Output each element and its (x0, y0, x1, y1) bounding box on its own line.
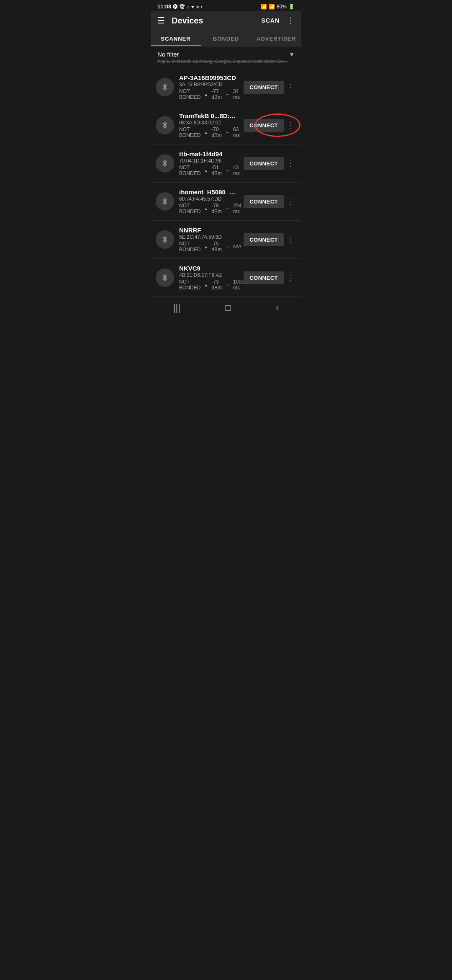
signal-strength-icon: ▲ (204, 130, 208, 135)
dbm-value: -77 dBm (211, 88, 222, 100)
device-list: AP-3A16B99953CD 3A:16:B9:99:53:CD NOT BO… (151, 68, 301, 297)
interval-icon: ↔ (225, 206, 230, 211)
dbm-value: -70 dBm (211, 126, 222, 138)
status-bar: 11:08 🅕 👻 ⌂ ♥ in • 📶 📶 80% 🔋 (151, 0, 301, 11)
tab-scanner[interactable]: SCANNER (151, 30, 201, 46)
device-actions: CONNECT ⋮ (244, 119, 296, 132)
linkedin-icon: in (195, 4, 199, 9)
filter-bar: No filter ▼ Apple, Microsoft, Samsung, G… (151, 46, 301, 68)
device-meta: NOT BONDED ▲ -75 dBm ↔ N/A (179, 241, 239, 253)
home-icon: ⌂ (187, 4, 190, 9)
device-name: ihoment_H5080_57DD (179, 188, 239, 196)
list-item: NKVC9 4B:21:D6:17:F8:A2 NOT BONDED ▲ -73… (151, 259, 301, 297)
device-name: AP-3A16B99953CD (179, 74, 239, 81)
scan-button[interactable]: SCAN (261, 17, 280, 24)
recent-apps-button[interactable]: ||| (173, 302, 180, 313)
device-info: ttb-mat-1f4d94 70:04:1D:1F:4D:96 NOT BON… (179, 150, 239, 176)
filter-label: No filter (157, 51, 179, 58)
home-button[interactable]: □ (225, 302, 231, 313)
dbm-value: -51 dBm (211, 165, 222, 176)
signal-strength-icon: ▲ (204, 168, 208, 173)
filter-row[interactable]: No filter ▼ (157, 51, 295, 58)
device-actions: CONNECT ⋮ (244, 271, 296, 284)
list-item: TramTekB 0...8D:43:02:02 08:3A:8D:43:02:… (151, 106, 301, 144)
device-meta: NOT BONDED ▲ -70 dBm ↔ 63 ms (179, 126, 239, 138)
connect-button[interactable]: CONNECT (244, 157, 284, 170)
interval-icon: ↔ (225, 168, 230, 173)
connect-button[interactable]: CONNECT (244, 81, 284, 94)
dbm-value: -75 dBm (211, 241, 222, 253)
dot-icon: • (201, 4, 203, 9)
interval-value: 1005 ms (233, 279, 244, 291)
filter-sublabel: Apple, Microsoft, Samsung, Google, Expos… (157, 59, 295, 64)
device-info: NKVC9 4B:21:D6:17:F8:A2 NOT BONDED ▲ -73… (179, 265, 239, 291)
interval-value: 43 ms (233, 165, 240, 176)
device-name: TramTekB 0...8D:43:02:02 (179, 112, 239, 119)
connect-button[interactable]: CONNECT (244, 271, 284, 284)
battery-icon: 🔋 (288, 4, 295, 10)
device-overflow-button[interactable]: ⋮ (285, 119, 296, 132)
bluetooth-icon (156, 230, 174, 249)
connect-button[interactable]: CONNECT (244, 119, 284, 132)
list-item: AP-3A16B99953CD 3A:16:B9:99:53:CD NOT BO… (151, 68, 301, 106)
device-meta: NOT BONDED ▲ -78 dBm ↔ 204 ms (179, 203, 239, 214)
bottom-nav: ||| □ ‹ (151, 297, 301, 322)
device-overflow-button[interactable]: ⋮ (285, 157, 296, 170)
wifi-icon: 📶 (261, 4, 267, 10)
device-meta: NOT BONDED ▲ -73 dBm ↔ 1005 ms (179, 279, 239, 291)
interval-icon: ↔ (225, 92, 230, 97)
battery-text: 80% (277, 4, 287, 10)
device-overflow-button[interactable]: ⋮ (285, 81, 296, 93)
device-mac: 4B:21:D6:17:F8:A2 (179, 272, 239, 278)
device-name: ttb-mat-1f4d94 (179, 150, 239, 157)
device-overflow-button[interactable]: ⋮ (285, 233, 296, 246)
device-overflow-button[interactable]: ⋮ (285, 271, 296, 284)
dbm-value: -78 dBm (211, 203, 222, 214)
device-name: NKVC9 (179, 265, 239, 272)
snapchat-icon: 👻 (179, 4, 185, 9)
device-mac: 08:3A:8D:43:02:02 (179, 120, 239, 126)
bond-status: NOT BONDED (179, 88, 200, 100)
connect-button[interactable]: CONNECT (244, 195, 284, 208)
interval-icon: ↔ (225, 282, 230, 287)
dbm-value: -73 dBm (211, 279, 222, 291)
device-info: ihoment_H5080_57DD 60:74:F4:45:57:DD NOT… (179, 188, 239, 214)
device-mac: 5E:2C:47:74:59:8D (179, 234, 239, 240)
bond-status: NOT BONDED (179, 279, 200, 291)
bond-status: NOT BONDED (179, 126, 200, 138)
bond-status: NOT BONDED (179, 165, 200, 176)
interval-value: N/A (233, 244, 241, 250)
heart-icon: ♥ (191, 4, 194, 9)
tab-bar: SCANNER BONDED ADVERTISER (151, 30, 301, 46)
interval-value: 204 ms (233, 203, 241, 214)
device-meta: NOT BONDED ▲ -77 dBm ↔ 34 ms (179, 88, 239, 100)
interval-icon: ↔ (225, 244, 230, 249)
device-mac: 3A:16:B9:99:53:CD (179, 82, 239, 88)
device-meta: NOT BONDED ▲ -51 dBm ↔ 43 ms (179, 165, 239, 176)
interval-value: 63 ms (233, 126, 240, 138)
page-title: Devices (172, 16, 203, 26)
hamburger-menu-button[interactable]: ☰ (157, 15, 165, 26)
list-item: NNRRF 5E:2C:47:74:59:8D NOT BONDED ▲ -75… (151, 221, 301, 259)
overflow-menu-button[interactable]: ⋮ (286, 15, 295, 26)
device-info: AP-3A16B99953CD 3A:16:B9:99:53:CD NOT BO… (179, 74, 239, 100)
back-button[interactable]: ‹ (276, 302, 279, 313)
device-mac: 60:74:F4:45:57:DD (179, 196, 239, 202)
filter-dropdown-icon[interactable]: ▼ (289, 51, 295, 58)
top-bar-left: ☰ Devices (157, 15, 203, 26)
device-info: NNRRF 5E:2C:47:74:59:8D NOT BONDED ▲ -75… (179, 227, 239, 253)
device-actions: CONNECT ⋮ (244, 81, 296, 94)
facebook-icon: 🅕 (173, 4, 177, 9)
tab-advertiser[interactable]: ADVERTISER (251, 30, 301, 46)
status-right: 📶 📶 80% 🔋 (261, 4, 295, 10)
signal-strength-icon: ▲ (204, 92, 208, 97)
device-overflow-button[interactable]: ⋮ (285, 195, 296, 208)
device-actions: CONNECT ⋮ (244, 195, 296, 208)
connect-button[interactable]: CONNECT (244, 233, 284, 246)
device-mac: 70:04:1D:1F:4D:96 (179, 158, 239, 164)
interval-value: 34 ms (233, 88, 240, 100)
tab-bonded[interactable]: BONDED (201, 30, 251, 46)
device-info: TramTekB 0...8D:43:02:02 08:3A:8D:43:02:… (179, 112, 239, 138)
status-time: 11:08 (157, 3, 171, 10)
signal-icon: 📶 (269, 4, 275, 10)
